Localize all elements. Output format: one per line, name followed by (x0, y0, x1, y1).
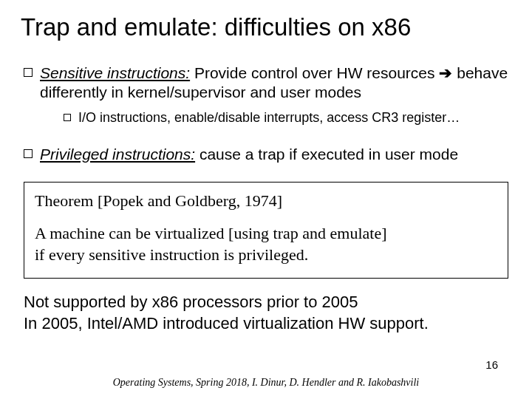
bullet-text: Sensitive instructions: Provide control … (40, 64, 511, 103)
slide-title: Trap and emulate: difficulties on x86 (21, 13, 511, 41)
bullet-privileged: Privileged instructions: cause a trap if… (24, 145, 511, 164)
note-line-2: In 2005, Intel/AMD introduced virtualiza… (24, 313, 508, 335)
bullet-icon (24, 68, 33, 77)
arrow-icon: ➔ (439, 64, 452, 81)
bullet-sensitive: Sensitive instructions: Provide control … (24, 64, 511, 103)
bullet-text: Privileged instructions: cause a trap if… (40, 145, 511, 164)
bullet-icon (24, 149, 33, 158)
page-number: 16 (485, 358, 498, 371)
privileged-desc: cause a trap if executed in user mode (195, 146, 458, 163)
footer-citation: Operating Systems, Spring 2018, I. Dinur… (0, 377, 532, 389)
theorem-line-1: A machine can be virtualized [using trap… (35, 222, 497, 245)
spacer (21, 129, 511, 145)
theorem-heading: Theorem [Popek and Goldberg, 1974] (35, 190, 497, 212)
slide: Trap and emulate: difficulties on x86 Se… (0, 0, 532, 399)
support-note: Not supported by x86 processors prior to… (24, 292, 508, 334)
bullet-icon (64, 114, 71, 121)
theorem-line-2: if every sensitive instruction is privil… (35, 244, 497, 266)
note-line-1: Not supported by x86 processors prior to… (24, 292, 508, 313)
bullet-text: I/O instructions, enable/disable interru… (78, 109, 511, 126)
theorem-box: Theorem [Popek and Goldberg, 1974] A mac… (24, 182, 508, 279)
privileged-term: Privileged instructions: (40, 146, 195, 163)
sensitive-desc-a: Provide control over HW resources (190, 64, 439, 81)
sensitive-term: Sensitive instructions: (40, 64, 190, 81)
bullet-sensitive-sub: I/O instructions, enable/disable interru… (64, 109, 511, 126)
